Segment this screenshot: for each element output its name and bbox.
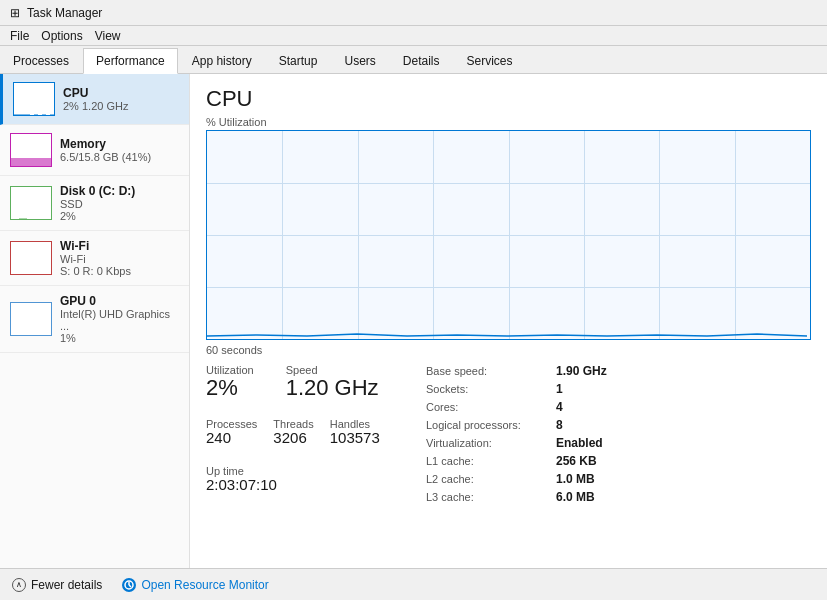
cpu-info: CPU 2% 1.20 GHz [63, 86, 179, 112]
tab-processes[interactable]: Processes [0, 48, 82, 73]
logical-key: Logical processors: [426, 419, 556, 431]
stat-uptime: Up time 2:03:07:10 [206, 465, 406, 494]
stats-right: Base speed: 1.90 GHz Sockets: 1 Cores: 4… [406, 364, 811, 508]
stat-speed: Speed 1.20 GHz [286, 364, 379, 400]
title-bar-text: Task Manager [27, 6, 102, 20]
l3-val: 6.0 MB [556, 490, 595, 504]
disk-thumb [10, 186, 52, 220]
page-title: CPU [206, 86, 811, 112]
processes-value: 240 [206, 430, 257, 447]
uptime-label: Up time [206, 465, 406, 477]
info-cores: Cores: 4 [426, 400, 811, 414]
l2-val: 1.0 MB [556, 472, 595, 486]
cpu-thumb-graph [14, 96, 54, 115]
memory-info: Memory 6.5/15.8 GB (41%) [60, 137, 179, 163]
tab-bar: Processes Performance App history Startu… [0, 46, 827, 74]
cpu-thumb [13, 82, 55, 116]
wifi-thumb [10, 241, 52, 275]
gpu-detail2: 1% [60, 332, 179, 344]
sidebar-item-gpu[interactable]: GPU 0 Intel(R) UHD Graphics ... 1% [0, 286, 189, 353]
cpu-name: CPU [63, 86, 179, 100]
l3-key: L3 cache: [426, 491, 556, 503]
info-l3: L3 cache: 6.0 MB [426, 490, 811, 504]
content-panel: CPU % Utilization 60 se [190, 74, 827, 568]
info-sockets: Sockets: 1 [426, 382, 811, 396]
tab-startup[interactable]: Startup [266, 48, 331, 73]
wifi-detail1: Wi-Fi [60, 253, 179, 265]
l1-val: 256 KB [556, 454, 597, 468]
cpu-line-chart [207, 131, 810, 339]
tab-users[interactable]: Users [331, 48, 388, 73]
uptime-value: 2:03:07:10 [206, 477, 406, 494]
utilization-value: 2% [206, 376, 254, 400]
sidebar-item-cpu[interactable]: CPU 2% 1.20 GHz [0, 74, 189, 125]
sockets-val: 1 [556, 382, 563, 396]
gpu-detail1: Intel(R) UHD Graphics ... [60, 308, 179, 332]
sidebar-item-memory[interactable]: Memory 6.5/15.8 GB (41%) [0, 125, 189, 176]
disk-info: Disk 0 (C: D:) SSD 2% [60, 184, 179, 222]
menu-file[interactable]: File [4, 27, 35, 45]
fewer-details-label: Fewer details [31, 578, 102, 592]
gpu-thumb [10, 302, 52, 336]
svg-line-2 [129, 585, 131, 587]
menu-options[interactable]: Options [35, 27, 88, 45]
footer: ∧ Fewer details Open Resource Monitor [0, 568, 827, 600]
gpu-thumb-graph [11, 316, 51, 335]
resource-monitor-icon [122, 578, 136, 592]
virt-key: Virtualization: [426, 437, 556, 449]
cpu-detail: 2% 1.20 GHz [63, 100, 179, 112]
tab-details[interactable]: Details [390, 48, 453, 73]
menu-view[interactable]: View [89, 27, 127, 45]
app-icon: ⊞ [8, 6, 22, 20]
cores-val: 4 [556, 400, 563, 414]
disk-detail1: SSD [60, 198, 179, 210]
stat-handles: Handles 103573 [330, 418, 380, 447]
disk-name: Disk 0 (C: D:) [60, 184, 179, 198]
memory-detail: 6.5/15.8 GB (41%) [60, 151, 179, 163]
open-resource-monitor-label: Open Resource Monitor [141, 578, 268, 592]
memory-name: Memory [60, 137, 179, 151]
menu-bar: File Options View [0, 26, 827, 46]
cores-key: Cores: [426, 401, 556, 413]
stat-utilization: Utilization 2% [206, 364, 254, 400]
stats-left: Utilization 2% Speed 1.20 GHz Processes … [206, 364, 406, 508]
chart-time-label: 60 seconds [206, 344, 811, 356]
virt-val: Enabled [556, 436, 603, 450]
info-l1: L1 cache: 256 KB [426, 454, 811, 468]
l1-key: L1 cache: [426, 455, 556, 467]
info-l2: L2 cache: 1.0 MB [426, 472, 811, 486]
disk-detail2: 2% [60, 210, 179, 222]
mem-thumb [10, 133, 52, 167]
info-virt: Virtualization: Enabled [426, 436, 811, 450]
fewer-details-button[interactable]: ∧ Fewer details [12, 578, 102, 592]
main-area: CPU 2% 1.20 GHz Memory 6.5/15.8 GB (41%) [0, 74, 827, 568]
chart-y-label: % Utilization [206, 116, 811, 128]
wifi-detail2: S: 0 R: 0 Kbps [60, 265, 179, 277]
sidebar: CPU 2% 1.20 GHz Memory 6.5/15.8 GB (41%) [0, 74, 190, 568]
stat-processes: Processes 240 [206, 418, 257, 447]
logical-val: 8 [556, 418, 563, 432]
tab-app-history[interactable]: App history [179, 48, 265, 73]
threads-value: 3206 [273, 430, 313, 447]
tab-services[interactable]: Services [454, 48, 526, 73]
basespeed-val: 1.90 GHz [556, 364, 607, 378]
cpu-chart [206, 130, 811, 340]
tab-performance[interactable]: Performance [83, 48, 178, 74]
sidebar-item-wifi[interactable]: Wi-Fi Wi-Fi S: 0 R: 0 Kbps [0, 231, 189, 286]
handles-value: 103573 [330, 430, 380, 447]
mem-thumb-graph [11, 147, 51, 166]
disk-thumb-graph [11, 200, 51, 219]
chevron-up-icon: ∧ [12, 578, 26, 592]
gpu-info: GPU 0 Intel(R) UHD Graphics ... 1% [60, 294, 179, 344]
stats-grid: Utilization 2% Speed 1.20 GHz Processes … [206, 364, 811, 508]
info-basespeed: Base speed: 1.90 GHz [426, 364, 811, 378]
wifi-name: Wi-Fi [60, 239, 179, 253]
l2-key: L2 cache: [426, 473, 556, 485]
wifi-thumb-graph [11, 255, 51, 274]
basespeed-key: Base speed: [426, 365, 556, 377]
open-resource-monitor-link[interactable]: Open Resource Monitor [122, 578, 268, 592]
speed-value: 1.20 GHz [286, 376, 379, 400]
sidebar-item-disk[interactable]: Disk 0 (C: D:) SSD 2% [0, 176, 189, 231]
wifi-info: Wi-Fi Wi-Fi S: 0 R: 0 Kbps [60, 239, 179, 277]
sockets-key: Sockets: [426, 383, 556, 395]
